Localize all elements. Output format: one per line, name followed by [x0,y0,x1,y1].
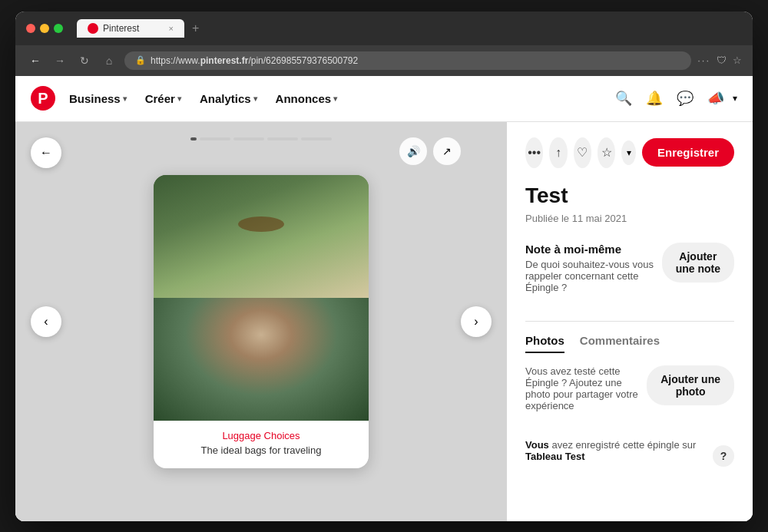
url-path: /pin/626985579376500792 [248,55,358,66]
progress-dot-active [190,137,197,140]
progress-line-3 [267,137,298,140]
analytics-chevron-icon: ▾ [253,94,257,103]
pin-progress-bar [190,137,332,140]
pinterest-app: P Business ▾ Créer ▾ Analytics ▾ Annonce… [15,76,753,521]
more-chevron-icon: ▾ [733,93,737,104]
nav-annonces[interactable]: Annonces ▾ [268,88,346,110]
save-button[interactable]: Enregistrer [642,138,734,167]
share-icon: ↑ [555,146,561,160]
nav-home-button[interactable]: ⌂ [100,51,118,70]
business-chevron-icon: ▾ [123,94,127,103]
star-icon: ☆ [601,145,612,160]
url-domain: pinterest.fr [200,55,249,66]
browser-toolbar: ← → ↻ ⌂ 🔒 https://www.pinterest.fr/pin/6… [15,45,753,76]
main-content: ← 🔊 ↗ ‹ [15,122,753,521]
tab-commentaires[interactable]: Commentaires [580,334,660,353]
pin-caption-sub: The ideal bags for traveling [166,444,356,456]
more-dots-icon: ••• [528,146,541,160]
bookmark-button[interactable]: ☆ [598,137,615,168]
nav-chat-button[interactable]: 💬 [671,84,699,112]
toolbar-star-icon[interactable]: ☆ [733,55,742,66]
pin-title: Test [525,183,734,208]
pin-viewer: ← 🔊 ↗ ‹ [15,122,507,521]
tabs-row: Photos Commentaires [525,334,734,353]
nav-megaphone-button[interactable]: 📣 [702,84,730,112]
prev-pin-button[interactable]: ‹ [31,306,61,337]
active-browser-tab[interactable]: Pinterest × [77,19,184,38]
tab-label: Pinterest [103,23,139,34]
address-bar[interactable]: 🔒 https://www.pinterest.fr/pin/626985579… [124,51,691,70]
nav-analytics[interactable]: Analytics ▾ [192,88,265,110]
expand-icon: ↗ [442,145,452,157]
pin-caption: Luggage Choices The ideal bags for trave… [154,421,369,468]
browser-tabs: Pinterest × + [77,19,742,38]
lock-icon: 🔒 [135,55,146,65]
toolbar-right: ··· 🛡 ☆ [697,55,742,66]
sound-button[interactable]: 🔊 [399,137,427,165]
pin-details: ••• ↑ ♡ ☆ ▾ Enregistrer [507,122,753,521]
divider-1 [525,321,734,322]
like-button[interactable]: ♡ [574,137,591,168]
creer-chevron-icon: ▾ [177,94,181,103]
footer-text: ? Vous avez enregistré cette épingle sur… [525,439,734,467]
pin-card: Luggage Choices The ideal bags for trave… [154,175,369,468]
nav-more-button[interactable]: ▾ [733,93,737,104]
pinterest-logo[interactable]: P [31,86,55,111]
chat-icon: 💬 [677,90,694,107]
add-photo-button[interactable]: Ajouter une photo [647,365,734,405]
next-pin-button[interactable]: › [461,306,492,337]
footer-middle: avez enregistré cette épingle sur [551,439,696,451]
tab-close-btn[interactable]: × [169,24,174,33]
progress-line [200,137,230,140]
traffic-lights [26,24,63,33]
back-button[interactable]: ← [31,137,61,168]
nav-business[interactable]: Business ▾ [61,88,134,110]
tab-photos[interactable]: Photos [525,334,564,353]
photo-section: Ajouter une photo Vous avez testé cette … [525,365,734,421]
more-options-button[interactable]: ••• [525,137,543,168]
expand-button[interactable]: ↗ [433,137,461,165]
note-section: Ajouter une note Note à moi-même De quoi… [525,243,734,302]
maximize-traffic-light[interactable] [54,24,63,33]
save-dropdown-button[interactable]: ▾ [621,140,636,165]
url-text: https://www.pinterest.fr/pin/62698557937… [151,55,358,66]
footer-you: Vous [525,439,549,451]
browser-window: Pinterest × + ← → ↻ ⌂ 🔒 https://www.pint… [15,12,753,521]
pinterest-favicon [88,23,98,34]
heart-icon: ♡ [577,145,588,160]
help-button[interactable]: ? [713,445,734,467]
toolbar-shield-icon: 🛡 [717,55,727,66]
bell-icon: 🔔 [646,90,663,107]
sound-icon: 🔊 [407,145,420,157]
megaphone-icon: 📣 [707,90,724,107]
browser-titlebar: Pinterest × + [15,12,753,45]
footer-board: Tableau Test [525,451,585,462]
pin-caption-title: Luggage Choices [166,430,356,441]
nav-search-button[interactable]: 🔍 [610,84,637,112]
dropdown-chevron-icon: ▾ [627,147,631,158]
close-traffic-light[interactable] [26,24,35,33]
minimize-traffic-light[interactable] [40,24,49,33]
new-tab-button[interactable]: + [187,21,204,35]
nav-bell-button[interactable]: 🔔 [641,84,668,112]
pin-date: Publiée le 11 mai 2021 [525,213,734,224]
pinterest-nav: P Business ▾ Créer ▾ Analytics ▾ Annonce… [15,76,753,122]
nav-reload-button[interactable]: ↻ [75,51,94,70]
nav-forward-button[interactable]: → [51,51,69,70]
nav-creer[interactable]: Créer ▾ [137,88,189,110]
pin-top-controls: 🔊 ↗ [399,137,461,165]
pin-image-top [154,175,369,298]
share-button[interactable]: ↑ [549,137,567,168]
add-note-button[interactable]: Ajouter une note [662,243,734,283]
nav-back-button[interactable]: ← [26,51,45,70]
pin-image-bottom [154,298,369,421]
annonces-chevron-icon: ▾ [333,94,337,103]
pin-actions-top: ••• ↑ ♡ ☆ ▾ Enregistrer [525,137,734,168]
progress-line-2 [233,137,264,140]
progress-line-4 [301,137,332,140]
search-icon: 🔍 [615,90,632,107]
toolbar-dots[interactable]: ··· [697,55,710,66]
